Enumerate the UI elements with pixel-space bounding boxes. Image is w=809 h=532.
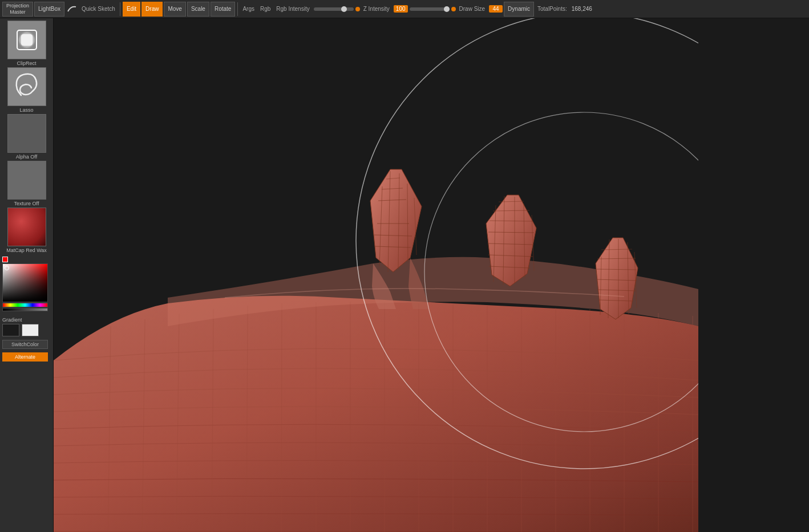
gradient-swatches bbox=[2, 324, 39, 336]
move-button[interactable]: Move bbox=[164, 2, 185, 17]
hue-bar[interactable] bbox=[2, 303, 48, 307]
gradient-label: Gradient bbox=[2, 317, 22, 323]
alpha-off-thumb[interactable] bbox=[7, 114, 46, 153]
svg-rect-3 bbox=[21, 34, 33, 46]
quick-sketch-group: Quick Sketch bbox=[66, 3, 118, 15]
matcap-label: MatCap Red Wax bbox=[6, 247, 47, 253]
color-picker bbox=[2, 257, 48, 311]
opacity-bar[interactable] bbox=[2, 308, 48, 311]
color-indicator bbox=[2, 257, 8, 262]
lasso-thumb[interactable] bbox=[7, 67, 46, 106]
main-area: ClipRect Lasso Alpha Off Texture Off bbox=[0, 18, 809, 532]
z-intensity-slider[interactable] bbox=[410, 7, 450, 11]
separator-1 bbox=[120, 2, 120, 16]
color-swatch-main[interactable] bbox=[2, 263, 48, 302]
lasso-item: Lasso bbox=[2, 67, 51, 113]
color-cursor bbox=[5, 266, 9, 270]
black-swatch[interactable] bbox=[2, 324, 19, 336]
viewport-svg bbox=[54, 18, 809, 532]
switch-color-button[interactable]: SwitchColor bbox=[2, 340, 48, 349]
left-panel: ClipRect Lasso Alpha Off Texture Off bbox=[0, 18, 54, 532]
texture-off-label: Texture Off bbox=[14, 201, 39, 206]
scale-button[interactable]: Scale bbox=[187, 2, 209, 17]
alpha-off-label: Alpha Off bbox=[16, 154, 37, 160]
matcap-item: MatCap Red Wax bbox=[2, 208, 51, 253]
texture-off-item: Texture Off bbox=[2, 161, 51, 206]
dynamic-button[interactable]: Dynamic bbox=[504, 2, 534, 17]
cliprect-item: ClipRect bbox=[2, 21, 51, 66]
main-toolbar: Projection Master LightBox Quick Sketch … bbox=[0, 0, 809, 18]
alpha-off-item: Alpha Off bbox=[2, 114, 51, 160]
rgb-intensity-slider[interactable] bbox=[314, 7, 354, 11]
cliprect-thumb[interactable] bbox=[7, 21, 46, 59]
quick-sketch-icon bbox=[66, 3, 78, 15]
separator-2 bbox=[237, 2, 238, 16]
matcap-thumb[interactable] bbox=[7, 208, 46, 246]
lightbox-button[interactable]: LightBox bbox=[34, 2, 64, 17]
rgb-intensity-group: Rgb Intensity bbox=[274, 6, 359, 12]
canvas-area[interactable] bbox=[54, 18, 809, 532]
rgb-indicator bbox=[355, 7, 360, 11]
z-intensity-group: Z Intensity 100 bbox=[361, 5, 456, 13]
texture-off-thumb[interactable] bbox=[7, 161, 46, 200]
draw-button[interactable]: Draw bbox=[141, 2, 163, 17]
rotate-button[interactable]: Rotate bbox=[211, 2, 235, 17]
lasso-label: Lasso bbox=[19, 107, 33, 113]
alternate-button[interactable]: Alternate bbox=[2, 352, 48, 362]
white-swatch[interactable] bbox=[22, 324, 39, 336]
projection-master-button[interactable]: Projection Master bbox=[2, 2, 33, 17]
cliprect-label: ClipRect bbox=[17, 60, 36, 66]
gradient-group: Gradient bbox=[2, 315, 51, 336]
edit-button[interactable]: Edit bbox=[123, 2, 140, 17]
draw-size-group: Draw Size 44 bbox=[457, 5, 503, 13]
z-indicator bbox=[451, 7, 456, 11]
